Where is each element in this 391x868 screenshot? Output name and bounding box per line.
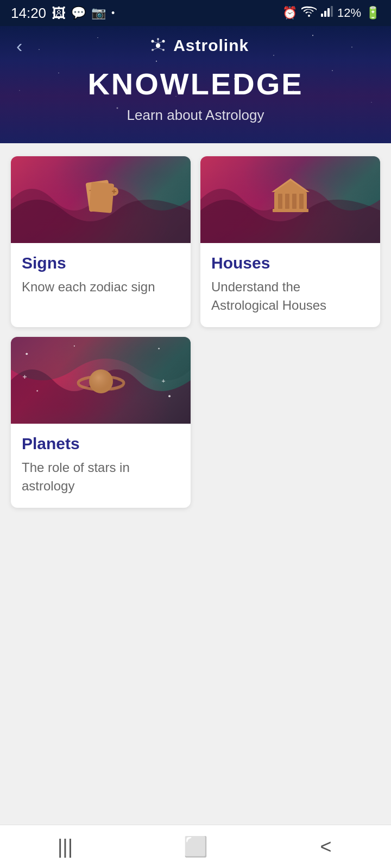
main-content: Signs Know each zodiac sign xyxy=(0,143,391,631)
photo-icon: 🖼 xyxy=(52,5,66,22)
svg-marker-27 xyxy=(274,181,307,192)
svg-text:+: + xyxy=(161,377,165,384)
whatsapp-icon: 💬 xyxy=(71,6,86,20)
svg-rect-2 xyxy=(327,8,330,17)
status-right: ⏰ 12% 🔋 xyxy=(282,6,380,20)
planets-title: Planets xyxy=(22,435,180,453)
svg-point-30 xyxy=(158,348,160,349)
svg-rect-3 xyxy=(331,6,333,17)
nav-menu-button[interactable]: ||| xyxy=(49,831,81,863)
houses-card[interactable]: Houses Understand the Astrological House… xyxy=(200,156,380,327)
alarm-icon: ⏰ xyxy=(282,6,297,20)
logo-area: Astrolink xyxy=(22,36,375,55)
signs-card-image xyxy=(11,156,191,243)
status-left: 14:20 🖼 💬 📷 • xyxy=(11,5,115,22)
instagram-icon: 📷 xyxy=(91,6,106,20)
svg-point-29 xyxy=(26,353,28,355)
time-display: 14:20 xyxy=(11,5,46,22)
svg-rect-22 xyxy=(278,194,282,209)
signs-icon xyxy=(77,173,125,227)
houses-card-image xyxy=(200,156,380,243)
houses-icon xyxy=(266,173,315,227)
svg-point-38 xyxy=(89,369,113,393)
logo-text: Astrolink xyxy=(173,36,249,55)
bottom-nav: ||| ⬜ < xyxy=(0,825,391,868)
back-button[interactable]: ‹ xyxy=(16,36,22,55)
svg-line-20 xyxy=(112,191,116,192)
svg-point-32 xyxy=(168,395,171,397)
svg-rect-17 xyxy=(89,182,114,213)
nav-home-button[interactable]: ⬜ xyxy=(179,831,212,863)
svg-point-31 xyxy=(36,390,38,392)
status-bar: 14:20 🖼 💬 📷 • ⏰ 12% 🔋 xyxy=(0,0,391,26)
page-subtitle: Learn about Astrology xyxy=(16,107,375,124)
battery-icon: 🔋 xyxy=(365,6,380,20)
planets-card-body: Planets The role of stars in astrology xyxy=(11,424,191,508)
nav-back-button[interactable]: < xyxy=(310,831,342,863)
svg-rect-25 xyxy=(299,194,304,209)
signal-icon xyxy=(321,6,333,20)
empty-slot xyxy=(200,337,380,508)
svg-text:+: + xyxy=(22,373,27,381)
svg-rect-24 xyxy=(292,194,297,209)
astrolink-logo-icon xyxy=(148,36,168,55)
wifi-icon xyxy=(301,6,317,20)
houses-card-body: Houses Understand the Astrological House… xyxy=(200,243,380,327)
page-title: KNOWLEDGE xyxy=(16,66,375,101)
planets-card[interactable]: + + xyxy=(11,337,191,508)
svg-line-12 xyxy=(153,48,158,50)
header-nav: ‹ Astrolink xyxy=(16,36,375,55)
houses-desc: Understand the Astrological Houses xyxy=(211,278,369,314)
svg-point-33 xyxy=(74,346,75,347)
svg-rect-28 xyxy=(273,209,308,212)
signs-desc: Know each zodiac sign xyxy=(22,278,180,296)
houses-title: Houses xyxy=(211,254,369,272)
signs-card[interactable]: Signs Know each zodiac sign xyxy=(11,156,191,327)
svg-rect-23 xyxy=(285,194,289,209)
signs-title: Signs xyxy=(22,254,180,272)
battery-percent: 12% xyxy=(337,6,361,20)
svg-line-13 xyxy=(158,48,163,50)
signs-card-body: Signs Know each zodiac sign xyxy=(11,243,191,309)
svg-point-4 xyxy=(156,43,160,48)
planets-desc: The role of stars in astrology xyxy=(22,458,180,495)
planets-card-image: + + xyxy=(11,337,191,424)
cards-grid: Signs Know each zodiac sign xyxy=(11,156,380,327)
page-header: ‹ Astrolink KNOWLEDGE Learn about Astrol… xyxy=(0,26,391,143)
dot-indicator: • xyxy=(111,8,115,19)
svg-rect-0 xyxy=(321,14,323,17)
svg-rect-1 xyxy=(324,11,326,17)
